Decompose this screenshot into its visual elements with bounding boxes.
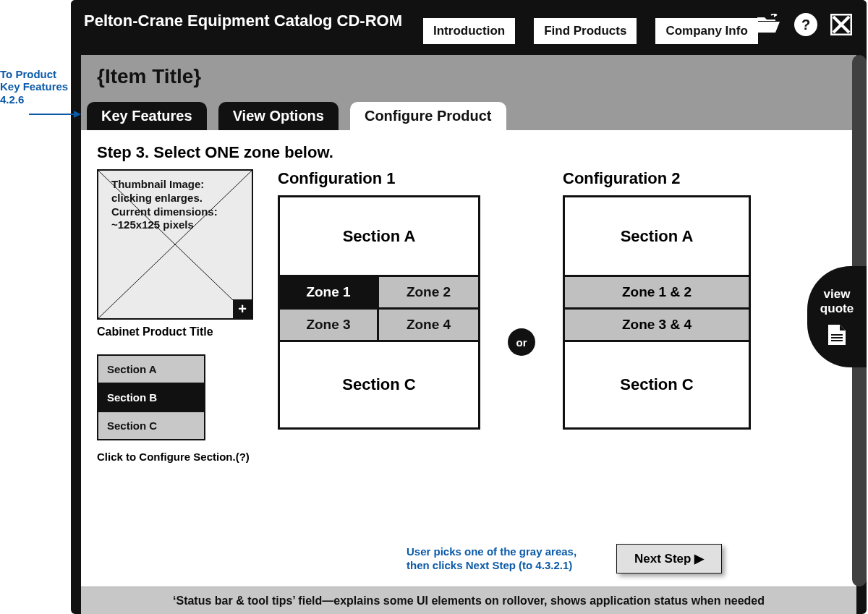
configuration-2: Configuration 2 Section A Zone 1 & 2 Zon… (563, 169, 751, 430)
view-quote-label: view quote (807, 287, 867, 315)
config2-zone-1-2[interactable]: Zone 1 & 2 (565, 277, 749, 310)
body-region: {Item Title} Key Features View Options C… (81, 55, 856, 614)
nav-find-products[interactable]: Find Products (533, 17, 637, 45)
footer-row: User picks one of the gray areas, then c… (81, 544, 856, 574)
mini-section-c[interactable]: Section C (97, 412, 205, 440)
config2-section-c: Section C (565, 342, 749, 427)
document-icon (827, 323, 847, 346)
close-icon[interactable] (830, 14, 852, 35)
annotation-keyfeatures: To Product Key Features 4.2.6 (0, 68, 69, 106)
app-frame: Pelton-Crane Equipment Catalog CD-ROM In… (71, 0, 867, 614)
config1-section-c: Section C (280, 342, 478, 427)
configuration-2-title: Configuration 2 (563, 169, 751, 188)
helper-note: User picks one of the gray areas, then c… (407, 545, 602, 573)
config1-zone-4[interactable]: Zone 4 (379, 310, 478, 342)
mini-section-a[interactable]: Section A (97, 354, 205, 384)
or-separator: or (505, 328, 538, 356)
page-header: {Item Title} Key Features View Options C… (81, 55, 856, 130)
tab-view-options[interactable]: View Options (218, 102, 339, 130)
configuration-1: Configuration 1 Section A Zone 1 Zone 2 … (278, 169, 480, 430)
config1-zone-1[interactable]: Zone 1 (280, 277, 379, 310)
svg-marker-1 (74, 111, 81, 118)
enlarge-plus-icon[interactable]: + (233, 299, 252, 318)
top-icons: ? (755, 13, 852, 36)
left-column: Thumbnail Image: clicking enlarges. Curr… (97, 169, 253, 463)
nav-buttons: Introduction Find Products Company Info (422, 17, 759, 45)
thumbnail-caption: Thumbnail Image: clicking enlarges. Curr… (111, 178, 239, 232)
configuration-1-table: Section A Zone 1 Zone 2 Zone 3 Zone 4 Se… (278, 195, 480, 430)
config1-section-a: Section A (280, 197, 478, 277)
open-folder-icon[interactable] (755, 14, 781, 35)
tab-configure-product[interactable]: Configure Product (350, 102, 506, 130)
next-step-button[interactable]: Next Step ▶ (616, 544, 722, 574)
top-bar: Pelton-Crane Equipment Catalog CD-ROM In… (71, 0, 867, 55)
cabinet-product-title: Cabinet Product Title (97, 325, 253, 338)
help-icon[interactable]: ? (794, 13, 817, 36)
nav-introduction[interactable]: Introduction (422, 17, 516, 45)
tabs: Key Features View Options Configure Prod… (87, 102, 506, 130)
nav-company-info[interactable]: Company Info (655, 17, 758, 45)
thumbnail-image[interactable]: Thumbnail Image: clicking enlarges. Curr… (97, 169, 253, 320)
mini-section-selector: Section A Section B Section C (97, 354, 205, 440)
mini-caption: Click to Configure Section.(?) (97, 451, 253, 463)
config2-zone-3-4[interactable]: Zone 3 & 4 (565, 310, 749, 342)
mini-section-b[interactable]: Section B (97, 384, 205, 412)
app-title: Pelton-Crane Equipment Catalog CD-ROM (84, 12, 402, 30)
config1-zone-3[interactable]: Zone 3 (280, 310, 379, 342)
annotation-arrow-icon (29, 108, 81, 120)
content: Step 3. Select ONE zone below. Thumbnail… (81, 130, 856, 587)
step-heading: Step 3. Select ONE zone below. (97, 143, 841, 162)
config1-zone-2[interactable]: Zone 2 (379, 277, 478, 310)
tab-key-features[interactable]: Key Features (87, 102, 207, 130)
status-bar: ‘Status bar & tool tips’ field—explains … (81, 587, 856, 614)
config2-section-a: Section A (565, 197, 749, 277)
configuration-2-table: Section A Zone 1 & 2 Zone 3 & 4 Section … (563, 195, 751, 430)
configuration-1-title: Configuration 1 (278, 169, 480, 188)
page-title: {Item Title} (97, 65, 201, 88)
or-badge: or (508, 328, 535, 356)
